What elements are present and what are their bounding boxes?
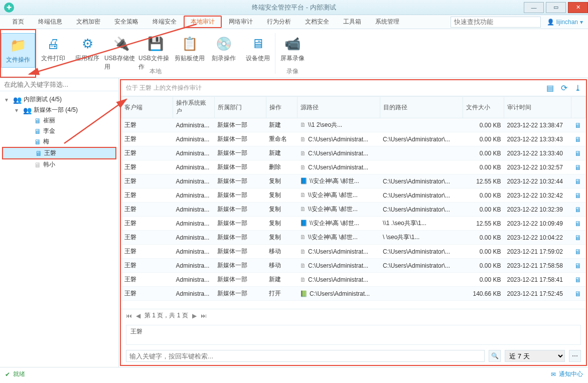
- ribbon-文件操作[interactable]: 📁文件操作: [1, 33, 35, 68]
- menu-item-6[interactable]: 网络审计: [222, 16, 260, 28]
- col-header[interactable]: 操作系统账户: [173, 97, 214, 118]
- ribbon-icon: 🔌: [113, 35, 130, 52]
- pager-next[interactable]: ▶: [192, 312, 197, 319]
- col-header[interactable]: [571, 97, 586, 118]
- tree-item[interactable]: 🖥李金: [2, 126, 116, 136]
- monitor-icon[interactable]: 🖥: [574, 149, 581, 157]
- ribbon-group-label-record: 录像: [275, 67, 310, 76]
- col-header[interactable]: 操作: [266, 97, 297, 118]
- tree: ▾👥内部测试 (4/5)▾👥新媒体一部 (4/5)🖥崔丽🖥李金🖥 梅🖥王磐🖥韩小: [0, 91, 118, 173]
- ribbon-icon: 📹: [284, 35, 301, 52]
- pager-text: 第 1 页，共 1 页: [144, 311, 188, 320]
- table-row[interactable]: 王磐Administra...新媒体一部复制📘\\安企神\高 \郝世...C:\…: [121, 174, 586, 188]
- pager-prev[interactable]: ◀: [136, 312, 140, 319]
- sidebar-search[interactable]: [0, 78, 118, 91]
- col-header[interactable]: 所属部门: [214, 97, 266, 118]
- tree-item[interactable]: ▾👥内部测试 (4/5): [2, 94, 116, 105]
- export-icon[interactable]: ⤓: [574, 83, 581, 93]
- ribbon-group-local: 🖨文件打印⚙应用程序🔌USB存储使用💾USB文件操作📋剪贴板使用💿刻录操作🖥设备…: [36, 29, 275, 78]
- ribbon-icon: 📁: [10, 37, 27, 54]
- ribbon-icon: 🖥: [249, 35, 266, 52]
- table-row[interactable]: 王磐Administra...新媒体一部复制🗎\\安企神\高 \郝世...C:\…: [121, 188, 586, 203]
- minimize-button[interactable]: —: [524, 2, 544, 13]
- table-row[interactable]: 王磐Administra...新媒体一部打开📗C:\Users\Administ…: [121, 287, 586, 301]
- detail-box: 王磐: [126, 325, 581, 345]
- table-row[interactable]: 王磐Administra...新媒体一部新建🗎C:\Users\Administ…: [121, 146, 586, 160]
- maximize-button[interactable]: ▭: [546, 2, 566, 13]
- table-row[interactable]: 王磐Administra...新媒体一部移动🗎C:\Users\Administ…: [121, 245, 586, 259]
- user-icon: 👤: [547, 19, 554, 26]
- monitor-icon[interactable]: 🖥: [574, 135, 581, 143]
- monitor-icon[interactable]: 🖥: [574, 163, 581, 171]
- notify-text: 通知中心: [559, 370, 583, 378]
- monitor-icon[interactable]: 🖥: [574, 121, 581, 129]
- grid: 客户端操作系统账户所属部门操作源路径目的路径文件大小审计时间 王磐Adminis…: [121, 96, 586, 309]
- pager: ⏮ ◀ 第 1 页，共 1 页 ▶ ⏭: [121, 309, 586, 322]
- tree-item[interactable]: 🖥王磐: [2, 147, 116, 159]
- monitor-icon[interactable]: 🖥: [574, 220, 581, 228]
- col-header[interactable]: 客户端: [121, 97, 173, 118]
- menu-item-3[interactable]: 安全策略: [107, 16, 145, 28]
- tree-item[interactable]: 🖥 梅: [2, 136, 116, 147]
- menu-bar: 首页终端信息文档加密安全策略终端安全本地审计网络审计行为分析文档安全工具箱系统管…: [0, 15, 588, 29]
- table-row[interactable]: 王磐Administra...新媒体一部复制🗎\\安企神\高 \郝世...C:\…: [121, 203, 586, 217]
- ribbon-屏幕录像[interactable]: 📹屏幕录像: [275, 32, 310, 66]
- refresh-icon[interactable]: ⟳: [561, 83, 567, 93]
- monitor-icon[interactable]: 🖥: [574, 177, 581, 185]
- col-header[interactable]: 审计时间: [504, 97, 571, 118]
- menu-item-10[interactable]: 系统管理: [368, 16, 406, 28]
- monitor-icon[interactable]: 🖥: [574, 234, 581, 242]
- menu-item-7[interactable]: 行为分析: [260, 16, 298, 28]
- table-row[interactable]: 王磐Administra...新媒体一部重命名🗎C:\Users\Adminis…: [121, 132, 586, 146]
- user-menu[interactable]: 👤lijinchan▾: [547, 19, 583, 26]
- ribbon-icon: ⚙: [79, 35, 96, 52]
- table-row[interactable]: 王磐Administra...新媒体一部复制📘\\安企神\高 \郝世...\\1…: [121, 217, 586, 231]
- monitor-icon[interactable]: 🖥: [574, 206, 581, 214]
- status-bar: ✔ 就绪 ✉ 通知中心: [0, 367, 588, 381]
- table-row[interactable]: 王磐Administra...新媒体一部复制🗎\\安企神\高 \郝世...\ \…: [121, 231, 586, 245]
- window-title: 终端安全管控平台 - 内部测试: [252, 3, 336, 12]
- menu-item-8[interactable]: 文档安全: [298, 16, 336, 28]
- table-row[interactable]: 王磐Administra...新媒体一部新建🗎C:\Users\Administ…: [121, 273, 586, 287]
- status-check-icon: ✔: [5, 371, 10, 378]
- close-button[interactable]: ✕: [568, 2, 588, 13]
- monitor-icon[interactable]: 🖥: [574, 248, 581, 256]
- mail-icon: ✉: [551, 371, 556, 378]
- menu-item-4[interactable]: 终端安全: [145, 16, 184, 28]
- ribbon-group-record: 📹屏幕录像 录像: [275, 29, 310, 78]
- menu-item-1[interactable]: 终端信息: [31, 16, 69, 28]
- col-header[interactable]: 源路径: [297, 97, 380, 118]
- columns-icon[interactable]: ▤: [546, 83, 554, 93]
- tree-item[interactable]: ▾👥新媒体一部 (4/5): [2, 105, 116, 115]
- notification-center[interactable]: ✉ 通知中心: [551, 370, 583, 378]
- col-header[interactable]: 文件大小: [463, 97, 504, 118]
- time-range-select[interactable]: 近 7 天: [505, 350, 565, 362]
- menu-item-0[interactable]: 首页: [5, 16, 31, 28]
- tree-item[interactable]: 🖥崔丽: [2, 115, 116, 126]
- keyword-input[interactable]: [126, 350, 485, 362]
- pager-first[interactable]: ⏮: [126, 312, 132, 319]
- monitor-icon[interactable]: 🖥: [574, 290, 581, 298]
- tree-item[interactable]: 🖥韩小: [2, 159, 116, 170]
- main-panel: 位于 王磐 上的文件操作审计 ▤ ⟳ ⤓ 客户端操作系统账户所属部门操作源路径目…: [120, 79, 587, 366]
- table-row[interactable]: 王磐Administra...新媒体一部删除🗎C:\Users\Administ…: [121, 160, 586, 174]
- ribbon-icon: 🖨: [45, 35, 62, 52]
- pager-last[interactable]: ⏭: [201, 312, 207, 319]
- monitor-icon[interactable]: 🖥: [574, 276, 581, 284]
- menu-item-9[interactable]: 工具箱: [336, 16, 368, 28]
- col-header[interactable]: 目的路径: [380, 97, 463, 118]
- sidebar-search-input[interactable]: [0, 78, 118, 91]
- menu-item-5[interactable]: 本地审计: [184, 16, 222, 28]
- search-button[interactable]: 🔍: [489, 350, 501, 362]
- global-search-input[interactable]: [451, 17, 541, 28]
- monitor-icon[interactable]: 🖥: [574, 262, 581, 270]
- menu-item-2[interactable]: 文档加密: [69, 16, 107, 28]
- table-row[interactable]: 王磐Administra...新媒体一部移动🗎C:\Users\Administ…: [121, 259, 586, 273]
- app-icon: ✚: [4, 3, 14, 13]
- title-bar: ✚ 终端安全管控平台 - 内部测试 — ▭ ✕: [0, 0, 588, 15]
- filter-button[interactable]: ⋯: [569, 350, 581, 362]
- status-text: 就绪: [13, 370, 25, 378]
- table-row[interactable]: 王磐Administra...新媒体一部新建🗎\\1 2\seo共...0.00…: [121, 118, 586, 132]
- ribbon-icon: 📋: [181, 35, 198, 52]
- monitor-icon[interactable]: 🖥: [574, 192, 581, 200]
